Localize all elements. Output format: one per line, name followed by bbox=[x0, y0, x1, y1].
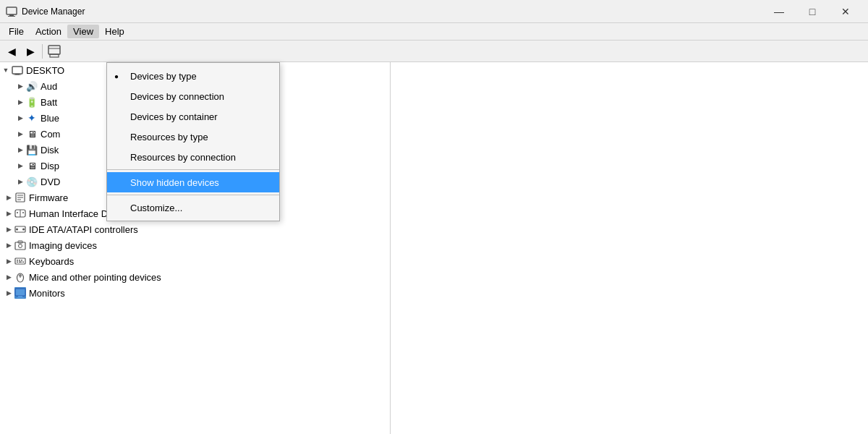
menu-item-show-hidden-devices[interactable]: Show hidden devices bbox=[107, 172, 279, 192]
svg-rect-5 bbox=[50, 54, 59, 57]
menu-item-customize[interactable]: Customize... bbox=[107, 197, 279, 218]
forward-button[interactable]: ▶ bbox=[22, 43, 39, 60]
back-button[interactable]: ◀ bbox=[3, 43, 20, 60]
dropdown-overlay[interactable]: Devices by type Devices by connection De… bbox=[0, 62, 868, 434]
title-bar: Device Manager — □ ✕ bbox=[0, 0, 868, 23]
app-icon bbox=[6, 6, 17, 17]
main-content: ▼ DESKTO ▶ 🔊 Aud ▶ 🔋 Batt ▶ ✦ bbox=[0, 62, 868, 434]
svg-rect-1 bbox=[9, 14, 14, 16]
menu-view[interactable]: View bbox=[67, 25, 99, 38]
toolbar: ◀ ▶ bbox=[0, 41, 868, 62]
close-button[interactable]: ✕ bbox=[829, 0, 862, 23]
menu-bar: File Action View Help bbox=[0, 23, 868, 41]
menu-file[interactable]: File bbox=[3, 25, 30, 38]
menu-help[interactable]: Help bbox=[99, 25, 130, 38]
dropdown-separator-2 bbox=[107, 195, 279, 195]
menu-item-devices-by-container[interactable]: Devices by container bbox=[107, 106, 279, 127]
menu-item-resources-by-connection[interactable]: Resources by connection bbox=[107, 147, 279, 167]
svg-rect-0 bbox=[7, 7, 17, 14]
svg-rect-2 bbox=[8, 16, 15, 17]
svg-rect-3 bbox=[48, 46, 60, 54]
properties-button[interactable] bbox=[46, 43, 63, 60]
view-dropdown-menu: Devices by type Devices by connection De… bbox=[106, 62, 280, 221]
minimize-button[interactable]: — bbox=[762, 0, 796, 23]
window-controls: — □ ✕ bbox=[762, 0, 862, 23]
maximize-button[interactable]: □ bbox=[796, 0, 829, 23]
menu-item-devices-by-type[interactable]: Devices by type bbox=[107, 66, 279, 86]
menu-item-devices-by-connection[interactable]: Devices by connection bbox=[107, 86, 279, 106]
menu-action[interactable]: Action bbox=[30, 25, 67, 38]
toolbar-separator bbox=[42, 44, 43, 59]
window-title: Device Manager bbox=[22, 7, 762, 17]
menu-item-resources-by-type[interactable]: Resources by type bbox=[107, 127, 279, 147]
dropdown-separator-1 bbox=[107, 169, 279, 170]
